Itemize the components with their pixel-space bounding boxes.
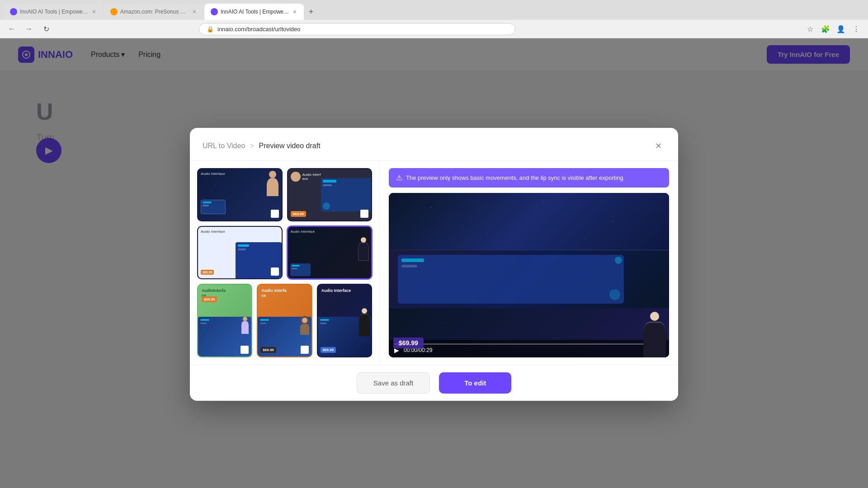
refresh-button[interactable]: ↻: [40, 23, 52, 35]
tab-close-1[interactable]: ×: [91, 7, 97, 16]
address-input[interactable]: 🔒 innaio.com/broadcast/urltovideo: [199, 23, 515, 35]
progress-bar[interactable]: [394, 343, 664, 345]
modal-overlay: URL to Video > Preview video draft ✕: [0, 38, 868, 488]
template-card-5[interactable]: AudioInterface $69.99: [197, 284, 252, 357]
card6-person: [300, 316, 310, 335]
page-background: INNAIO Products ▾ Pricing Try InnAIO for…: [0, 38, 868, 488]
card6-qr: [301, 346, 309, 354]
tab-title-3: InnAIO AI Tools | Empower Con...: [221, 9, 289, 15]
browser-toolbar-icons: ☆ 🧩 👤 ⋮: [804, 23, 863, 35]
card5-price: $69.99: [202, 296, 217, 302]
card4-device: [290, 263, 311, 276]
card3-label: Audio Interface: [201, 230, 225, 234]
template-card-3[interactable]: Audio Interface $69.99: [197, 226, 283, 279]
video-controls: ▶ 00:00/00:29: [389, 340, 669, 357]
template-card-2[interactable]: Audio Interface $69.99: [287, 168, 373, 221]
breadcrumb-current: Preview video draft: [259, 142, 321, 150]
modal-breadcrumb: URL to Video > Preview video draft: [203, 142, 321, 150]
browser-tab-1[interactable]: InnAIO AI Tools | Empower Con... ×: [4, 4, 103, 20]
card4-label: Audio Interface: [291, 230, 315, 234]
video-price-badge: $69.99: [393, 338, 424, 348]
browser-tab-2[interactable]: Amazon.com: PreSonus Audio... ×: [104, 4, 203, 20]
modal-dialog: URL to Video > Preview video draft ✕: [190, 128, 678, 401]
extensions-icon[interactable]: 🧩: [819, 23, 832, 35]
bookmark-icon[interactable]: ☆: [804, 23, 816, 35]
card1-label: Audio Interface: [201, 172, 225, 176]
modal-body: Audio Interface: [190, 161, 678, 365]
new-tab-button[interactable]: +: [305, 5, 317, 18]
card6-price: $69.99: [260, 347, 276, 353]
breadcrumb-separator: >: [250, 142, 256, 150]
url-text: innaio.com/broadcast/urltovideo: [217, 26, 301, 33]
controls-row: ▶ 00:00/00:29: [394, 347, 664, 354]
video-top-section: Audio Interface: [389, 193, 669, 250]
card2-header: Audio Interface: [291, 172, 321, 182]
video-preview: Audio Interface: [389, 193, 669, 357]
video-stars: [389, 193, 669, 250]
forward-button[interactable]: →: [23, 23, 35, 35]
tab-favicon-3: [211, 8, 218, 15]
card7-person: [358, 306, 371, 357]
profile-icon[interactable]: 👤: [835, 23, 847, 35]
video-presenter: [640, 308, 669, 357]
lock-icon: 🔒: [207, 26, 214, 33]
card5-qr: [241, 346, 249, 354]
card2-qr: [360, 210, 368, 218]
menu-icon[interactable]: ⋮: [850, 23, 863, 35]
modal-footer: Save as draft To edit: [190, 365, 678, 401]
back-button[interactable]: ←: [5, 23, 18, 35]
template-card-6[interactable]: Audio Interface: [257, 284, 312, 357]
tab-close-2[interactable]: ×: [192, 7, 197, 16]
tab-title-1: InnAIO AI Tools | Empower Con...: [20, 9, 89, 15]
video-middle-section: [389, 250, 669, 308]
template-card-4[interactable]: Audio Interface: [287, 226, 373, 279]
card7-label: Audio Interface: [321, 288, 368, 293]
template-card-1[interactable]: Audio Interface: [197, 168, 283, 221]
card1-qr: [271, 210, 279, 218]
browser-tab-3[interactable]: InnAIO AI Tools | Empower Con... ×: [204, 4, 304, 20]
tab-favicon-1: [10, 8, 17, 15]
card2-device: [321, 178, 371, 211]
tab-favicon-2: [110, 8, 118, 15]
card1-device: [201, 200, 226, 214]
modal-close-button[interactable]: ✕: [651, 139, 665, 153]
template-card-7[interactable]: Audio Interface $69.99: [317, 284, 372, 357]
preview-panel: ⚠ The preview only shows basic movements…: [380, 161, 678, 365]
card1-person: [264, 169, 282, 196]
card6-label: Audio Interface: [261, 288, 307, 298]
card3-price: $69.99: [201, 270, 214, 275]
alert-banner: ⚠ The preview only shows basic movements…: [389, 168, 669, 188]
card4-presenter: [355, 237, 371, 278]
address-bar: ← → ↻ 🔒 innaio.com/broadcast/urltovideo …: [0, 20, 868, 38]
warning-icon: ⚠: [396, 174, 402, 182]
tab-close-3[interactable]: ×: [292, 7, 297, 16]
templates-top-grid: Audio Interface: [197, 168, 372, 279]
device-in-video: [398, 255, 624, 303]
card7-price: $69.99: [321, 347, 336, 353]
browser-chrome: InnAIO AI Tools | Empower Con... × Amazo…: [0, 0, 868, 38]
templates-panel: Audio Interface: [190, 161, 380, 365]
card2-price: $69.99: [291, 211, 306, 217]
tab-title-2: Amazon.com: PreSonus Audio...: [120, 9, 189, 15]
tab-bar: InnAIO AI Tools | Empower Con... × Amazo…: [0, 0, 868, 20]
templates-bottom-row: AudioInterface $69.99: [197, 284, 372, 357]
breadcrumb-start: URL to Video: [203, 142, 245, 150]
card3-qr: [271, 267, 279, 276]
card5-person: [241, 317, 250, 335]
modal-header: URL to Video > Preview video draft ✕: [190, 128, 678, 161]
save-draft-button[interactable]: Save as draft: [357, 372, 430, 394]
to-edit-button[interactable]: To edit: [439, 372, 511, 394]
alert-text: The preview only shows basic movements, …: [406, 174, 625, 181]
